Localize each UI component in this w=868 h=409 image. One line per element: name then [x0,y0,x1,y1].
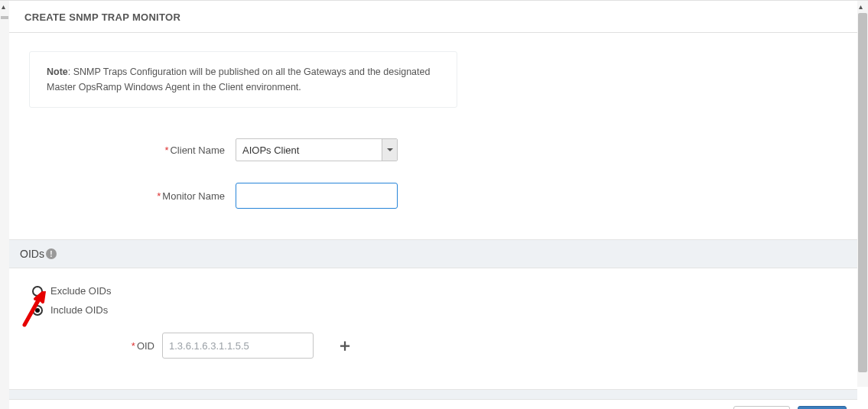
required-marker: * [132,340,135,352]
oid-label: *OID [32,340,162,352]
oid-label-text: OID [137,340,154,352]
page-title: CREATE SNMP TRAP MONITOR [9,1,857,32]
monitor-name-input[interactable] [236,183,398,209]
add-oid-button[interactable]: ＋ [332,336,358,355]
app-window: ▴ ▴ CREATE SNMP TRAP MONITOR Note: SNMP … [0,0,868,409]
form-panel: Note: SNMP Traps Configuration will be p… [9,32,857,239]
footer-actions: Cancel Save [9,400,857,409]
scroll-thumb[interactable] [1,16,8,19]
required-marker: * [157,190,161,202]
note-box: Note: SNMP Traps Configuration will be p… [29,51,457,108]
client-name-select-wrap: AIOPs Client [236,138,398,161]
left-scrollbar[interactable]: ▴ [0,1,9,409]
monitor-name-label-text: Monitor Name [162,190,225,202]
scroll-up-icon: ▴ [859,2,863,11]
client-name-label: *Client Name [29,144,236,156]
oid-input-row: *OID ＋ [32,333,834,359]
spacer-band [9,389,857,400]
content-area: CREATE SNMP TRAP MONITOR Note: SNMP Trap… [9,1,857,409]
oids-section-header: OIDs ! [9,239,857,268]
required-marker: * [164,144,168,156]
note-text: : SNMP Traps Configuration will be publi… [47,67,430,93]
oids-panel: Exclude OIDs Include OIDs *OID ＋ [9,268,857,389]
client-name-row: *Client Name AIOPs Client [29,138,837,161]
monitor-name-row: *Monitor Name [29,183,837,209]
oid-input[interactable] [162,333,314,359]
radio-icon [32,286,43,297]
exclude-oids-label: Exclude OIDs [50,285,111,297]
radio-icon [32,305,43,316]
client-name-select[interactable]: AIOPs Client [236,138,398,161]
right-scrollbar[interactable]: ▴ [857,1,868,387]
include-oids-radio[interactable]: Include OIDs [32,304,834,316]
scroll-up-icon: ▴ [2,2,5,11]
cancel-button[interactable]: Cancel [733,406,790,409]
include-oids-label: Include OIDs [50,304,108,316]
oids-section-label: OIDs [20,248,44,260]
scroll-thumb[interactable] [858,13,867,372]
info-icon: ! [46,248,57,259]
client-name-label-text: Client Name [170,144,225,156]
monitor-name-label: *Monitor Name [29,190,236,202]
plus-icon: ＋ [336,336,353,355]
note-label: Note [47,67,68,77]
save-button[interactable]: Save [798,406,847,409]
exclude-oids-radio[interactable]: Exclude OIDs [32,285,834,297]
